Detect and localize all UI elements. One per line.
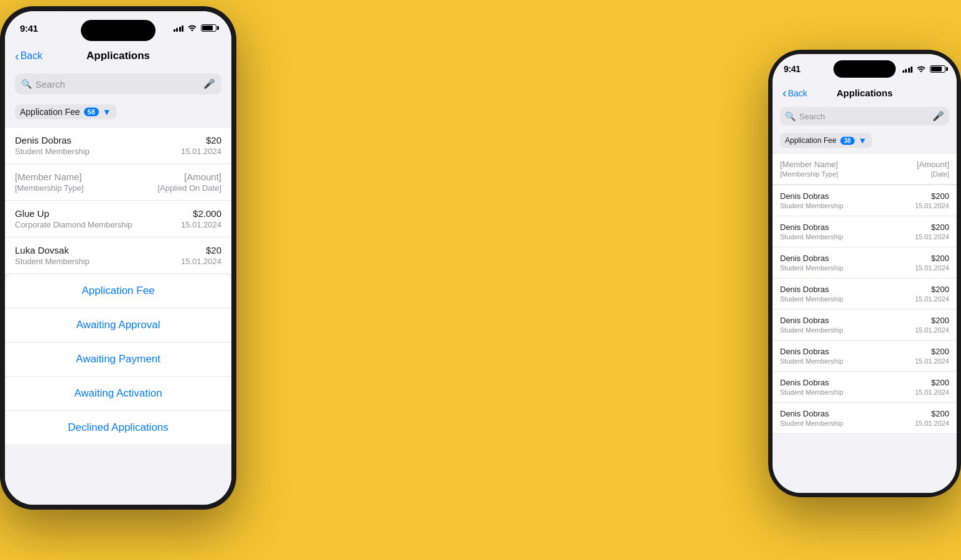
search-bar-2[interactable]: 🔍 Search 🎤 [780,107,949,126]
action-sheet-item-0[interactable]: Application Fee [5,274,231,308]
mic-icon-2[interactable]: 🎤 [932,111,944,122]
dynamic-island-1 [81,20,156,41]
filter-chip-2[interactable]: Application Fee 38 ▼ [780,133,872,148]
action-sheet-label-2: Awaiting Payment [76,353,160,365]
phone1-list-item-2[interactable]: Glue Up Corporate Diamond Membership $2.… [5,201,231,237]
action-sheet-label-3: Awaiting Activation [74,387,162,400]
status-icons-1 [174,24,217,33]
item-type: Student Membership [780,233,843,241]
item-name: [Member Name] [15,172,83,182]
item-type: Student Membership [780,326,843,334]
action-sheet-item-2[interactable]: Awaiting Payment [5,342,231,377]
item-date: 15.01.2024 [181,220,221,229]
header-date: [Date] [917,170,949,178]
nav-bar-1: ‹ Back Applications [5,45,231,68]
action-sheet: Application FeeAwaiting ApprovalAwaiting… [5,274,231,444]
filter-chevron-icon-1: ▼ [103,107,111,117]
battery-icon-2 [930,65,945,73]
back-label-2: Back [788,88,807,98]
chevron-left-icon-1: ‹ [15,50,19,62]
item-amount: $200 [915,191,949,201]
item-date: 15.01.2024 [915,326,949,334]
item-type: Student Membership [780,420,843,427]
phone1-list-item-3[interactable]: Luka Dovsak Student Membership $20 15.01… [5,237,231,274]
item-type: Student Membership [780,264,843,272]
phone2-list-item-6[interactable]: Denis Dobras Student Membership $200 15.… [773,372,957,403]
phone2-list-item-7[interactable]: Denis Dobras Student Membership $200 15.… [773,403,957,434]
item-type: Student Membership [780,295,843,303]
mic-icon-1[interactable]: 🎤 [203,78,215,90]
signal-icon-2 [903,65,913,73]
filter-row-2: Application Fee 38 ▼ [773,129,957,153]
chevron-left-icon-2: ‹ [782,86,787,99]
status-time-2: 9:41 [784,64,801,74]
filter-badge-1: 58 [84,108,99,116]
filter-chip-1[interactable]: Application Fee 58 ▼ [15,104,116,119]
list-area-1: Denis Dobras Student Membership $20 15.0… [5,127,231,505]
search-icon-2: 🔍 [785,111,796,121]
back-button-2[interactable]: ‹ Back [782,87,807,99]
item-name: Denis Dobras [780,347,843,356]
item-amount: $20 [181,245,221,255]
action-sheet-item-1[interactable]: Awaiting Approval [5,308,231,342]
nav-title-2: Applications [837,88,893,98]
filter-row-1: Application Fee 58 ▼ [5,99,231,127]
item-amount: $200 [915,409,949,418]
search-input-2: Search [799,112,929,121]
battery-icon-1 [201,24,216,32]
item-type: Student Membership [780,202,843,209]
item-type: Corporate Diamond Membership [15,220,132,229]
item-amount: $200 [915,285,949,294]
wifi-icon-2 [916,65,926,74]
item-name: Denis Dobras [780,409,843,418]
item-date: 15.01.2024 [915,233,949,241]
filter-label-1: Application Fee [20,107,80,117]
item-date: [Applied On Date] [157,183,221,193]
item-amount: $200 [915,378,949,387]
search-bar-1[interactable]: 🔍 Search 🎤 [15,73,221,94]
list-area-2: [Member Name] [Membership Type] [Amount]… [773,153,957,493]
action-sheet-items: Application FeeAwaiting ApprovalAwaiting… [5,274,231,444]
item-amount: $2.000 [181,208,221,219]
item-date: 15.01.2024 [915,357,949,365]
status-time-1: 9:41 [20,23,38,34]
back-button-1[interactable]: ‹ Back [15,50,42,62]
phone2-list-item-1[interactable]: Denis Dobras Student Membership $200 15.… [773,216,957,247]
filter-chevron-icon-2: ▼ [858,135,867,145]
phone-back: 9:41 [768,50,961,497]
action-sheet-item-4[interactable]: Declined Applications [5,411,231,444]
item-amount: $200 [915,347,949,356]
filter-label-2: Application Fee [785,136,837,145]
item-date: 15.01.2024 [181,147,221,156]
nav-title-1: Applications [86,50,150,62]
item-amount: $200 [915,223,949,232]
action-sheet-label-0: Application Fee [81,285,154,297]
phone1-list-item-0[interactable]: Denis Dobras Student Membership $20 15.0… [5,127,231,164]
nav-bar-2: ‹ Back Applications [773,84,957,103]
phone2-list-item-4[interactable]: Denis Dobras Student Membership $200 15.… [773,310,957,341]
item-name: Luka Dovsak [15,245,90,255]
item-date: 15.01.2024 [915,388,949,396]
search-icon-1: 🔍 [21,79,32,89]
phone2-list: Denis Dobras Student Membership $200 15.… [773,185,957,434]
phone2-list-item-5[interactable]: Denis Dobras Student Membership $200 15.… [773,341,957,372]
phone2-list-item-0[interactable]: Denis Dobras Student Membership $200 15.… [773,185,957,216]
search-input-1: Search [35,79,200,90]
action-sheet-label-4: Declined Applications [68,421,169,434]
phone2-list-item-2[interactable]: Denis Dobras Student Membership $200 15.… [773,247,957,278]
item-name: Denis Dobras [780,378,843,387]
item-type: Student Membership [15,147,90,156]
filter-badge-2: 38 [840,137,855,145]
item-date: 15.01.2024 [915,264,949,272]
item-type: Student Membership [780,388,843,396]
header-name: [Member Name] [780,160,838,169]
list-header-row[interactable]: [Member Name] [Membership Type] [Amount]… [773,153,957,185]
phone2-list-item-3[interactable]: Denis Dobras Student Membership $200 15.… [773,278,957,310]
action-sheet-item-3[interactable]: Awaiting Activation [5,377,231,411]
item-name: Denis Dobras [780,223,843,232]
item-amount: [Amount] [157,172,221,182]
phone1-list-item-1[interactable]: [Member Name] [Membership Type] [Amount]… [5,164,231,201]
item-date: 15.01.2024 [915,420,949,427]
back-label-1: Back [21,50,43,62]
wifi-icon-1 [187,24,197,33]
